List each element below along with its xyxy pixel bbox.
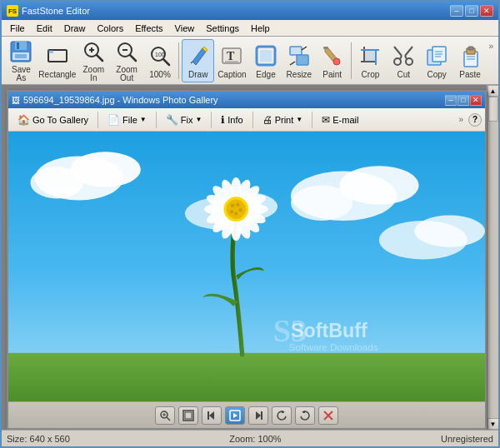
print-arrow-icon: ▼	[296, 116, 302, 123]
vertical-scrollbar[interactable]: ▲ ▼	[487, 85, 498, 430]
menu-edit[interactable]: Edit	[32, 22, 58, 35]
menu-bar: File Edit Draw Colors Effects View Setti…	[2, 20, 498, 37]
close-button[interactable]: ✕	[480, 5, 493, 17]
cut-button[interactable]: Cut	[388, 39, 420, 82]
edge-icon	[252, 42, 279, 69]
delete-button[interactable]	[318, 406, 338, 425]
scroll-down-button[interactable]: ▼	[488, 418, 499, 430]
print-label: Print	[275, 115, 294, 125]
svg-text:T: T	[227, 50, 235, 62]
print-icon: 🖨	[262, 114, 272, 126]
menu-effects[interactable]: Effects	[130, 22, 168, 35]
scroll-up-button[interactable]: ▲	[488, 85, 499, 97]
save-as-button[interactable]: Save As	[5, 39, 38, 82]
svg-point-84	[230, 210, 233, 213]
copy-button[interactable]: Copy	[421, 39, 453, 82]
scroll-thumb[interactable]	[488, 97, 498, 122]
gallery-minimize-button[interactable]: –	[445, 95, 457, 106]
slideshow-button[interactable]	[225, 406, 245, 425]
gallery-window-controls: – □ ✕	[445, 95, 482, 106]
image-size: Size: 640 x 560	[7, 434, 70, 444]
svg-line-25	[302, 47, 307, 50]
zoom-100-button[interactable]: 100 100%	[144, 39, 177, 82]
rotate-left-button[interactable]	[272, 406, 292, 425]
svg-line-37	[405, 47, 412, 56]
edge-label: Edge	[256, 71, 275, 79]
gallery-sep-5	[312, 112, 312, 128]
caption-label: Caption	[218, 71, 246, 79]
rectangle-button[interactable]: Rectangle	[38, 39, 77, 82]
cut-icon	[390, 42, 417, 69]
menu-settings[interactable]: Settings	[201, 22, 244, 35]
save-as-icon	[8, 39, 34, 64]
svg-rect-4	[15, 54, 27, 58]
svg-point-81	[236, 203, 239, 207]
gallery-help-button[interactable]: ?	[468, 113, 482, 127]
rectangle-label: Rectangle	[38, 71, 76, 79]
svg-line-17	[191, 62, 192, 63]
edge-button[interactable]: Edge	[250, 39, 282, 82]
home-icon: 🏠	[18, 114, 30, 126]
toolbar-expand-button[interactable]: »	[487, 40, 495, 52]
draw-button[interactable]: Draw	[182, 39, 214, 82]
gallery-close-button[interactable]: ✕	[470, 95, 482, 106]
svg-point-61	[414, 216, 485, 247]
rotate-right-button[interactable]	[295, 406, 315, 425]
svg-line-89	[167, 417, 170, 421]
gallery-sep-1	[98, 112, 98, 128]
gallery-expand-button[interactable]: »	[455, 113, 467, 126]
fix-arrow-icon: ▼	[195, 116, 202, 123]
go-to-gallery-button[interactable]: 🏠 Go To Gallery	[12, 111, 94, 129]
info-button[interactable]: ℹ Info	[215, 111, 248, 129]
toolbar-separator-2	[351, 42, 352, 79]
cut-label: Cut	[398, 71, 411, 79]
gallery-bottom-controls	[8, 401, 485, 428]
svg-line-16	[163, 59, 169, 65]
next-button[interactable]	[248, 406, 268, 425]
svg-marker-98	[256, 411, 261, 420]
zoom-100-label: 100%	[149, 71, 171, 79]
caption-button[interactable]: T Caption	[215, 39, 248, 82]
menu-file[interactable]: File	[5, 22, 30, 35]
svg-marker-94	[209, 411, 214, 420]
paste-button[interactable]: Paste	[454, 39, 487, 82]
svg-line-38	[400, 56, 402, 59]
scroll-track[interactable]	[488, 97, 498, 418]
zoom-control-button[interactable]	[155, 406, 175, 425]
draw-label: Draw	[188, 71, 208, 79]
gallery-title-bar: 🖼 596694_19539864.jpg - Windows Photo Ga…	[8, 92, 485, 108]
paint-button[interactable]: Paint	[316, 39, 348, 82]
menu-colors[interactable]: Colors	[92, 22, 128, 35]
svg-point-57	[291, 186, 352, 221]
file-button[interactable]: 📄 File ▼	[102, 111, 152, 129]
copy-label: Copy	[427, 71, 446, 79]
file-label: File	[122, 115, 138, 125]
fix-button[interactable]: 🔧 Fix ▼	[160, 111, 208, 129]
svg-point-54	[30, 167, 83, 198]
app-title: FastStone Editor	[22, 6, 450, 16]
caption-icon: T	[218, 42, 245, 69]
print-button[interactable]: 🖨 Print ▼	[257, 111, 309, 129]
maximize-button[interactable]: □	[465, 5, 478, 17]
previous-button[interactable]	[202, 406, 222, 425]
window-controls: – □ ✕	[450, 5, 493, 17]
menu-draw[interactable]: Draw	[59, 22, 91, 35]
actual-size-button[interactable]	[178, 406, 198, 425]
menu-help[interactable]: Help	[246, 22, 275, 35]
resize-button[interactable]: Resize	[282, 39, 315, 82]
file-icon: 📄	[108, 114, 120, 126]
info-icon: ℹ	[221, 114, 225, 126]
email-button[interactable]: ✉ E-mail	[316, 111, 364, 129]
gallery-maximize-button[interactable]: □	[458, 95, 469, 106]
zoom-in-button[interactable]: Zoom In	[78, 39, 110, 82]
svg-line-10	[97, 55, 102, 61]
title-bar: FS FastStone Editor – □ ✕	[2, 2, 498, 20]
svg-rect-93	[185, 412, 192, 419]
crop-icon	[357, 42, 383, 69]
minimize-button[interactable]: –	[450, 5, 463, 17]
zoom-out-button[interactable]: Zoom Out	[111, 39, 143, 82]
image-display: SoftBuff Software Downloads S3	[8, 132, 485, 401]
menu-view[interactable]: View	[170, 22, 200, 35]
crop-button[interactable]: Crop	[354, 39, 387, 82]
gallery-window: 🖼 596694_19539864.jpg - Windows Photo Ga…	[7, 90, 487, 430]
